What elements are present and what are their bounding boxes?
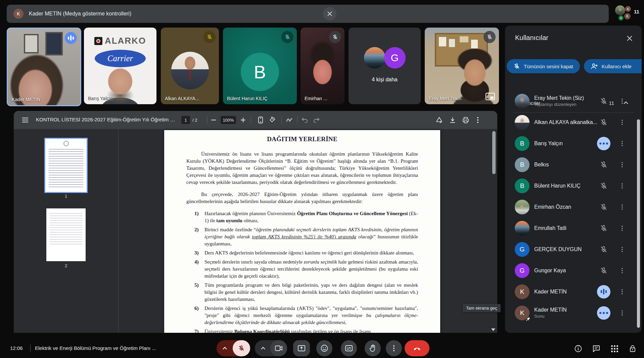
participant-row: K Kader METİN [505, 281, 642, 302]
page-thumbnail-2[interactable] [46, 208, 86, 261]
participant-row: B Barış Yalçın [505, 133, 642, 154]
activities-button[interactable] [608, 344, 621, 353]
participant-menu-button[interactable] [617, 117, 627, 127]
presenter-avatar: K [13, 9, 24, 19]
participant-menu-button[interactable] [617, 160, 627, 170]
mic-control[interactable] [217, 340, 250, 356]
pdf-more-button[interactable] [472, 114, 484, 126]
participant-row: Alkan ALKAYA alkanalka... [505, 112, 642, 133]
document-list: 1)Hazırlanacak öğretim planının Üniversi… [194, 210, 418, 333]
panel-actions: Tümünün sesini kapat Kullanıcı ekle [507, 59, 642, 73]
tile-baris-yalcin[interactable]: ALARKO Carrier Barış Yalçın [84, 28, 156, 104]
participant-menu-button[interactable] [617, 266, 627, 276]
avatar-group: G [364, 47, 406, 69]
captions-button[interactable] [341, 340, 357, 356]
more-participants-label: 4 kişi daha [349, 77, 421, 83]
participants-indicator[interactable]: K B K 11 [615, 3, 644, 24]
fit-page-button[interactable] [255, 114, 267, 126]
tile-alkan-alkaya[interactable]: Alkan ALKAYA... [161, 28, 219, 104]
annotate-button[interactable] [283, 114, 295, 126]
participant-name: Eray Mert Tekin (Siz) [534, 95, 584, 101]
tile-kader-metin[interactable]: Kader METİN [7, 28, 81, 106]
more-options-button[interactable] [386, 340, 402, 356]
tile-more-participants[interactable]: G 4 kişi daha [349, 28, 421, 104]
mute-all-button[interactable]: Tümünün sesini kapat [507, 59, 580, 73]
zoom-out-button[interactable] [208, 114, 220, 126]
participant-menu-button[interactable] [617, 96, 627, 106]
participant-menu-button[interactable] [617, 244, 627, 254]
mic-off-icon [600, 245, 608, 253]
pdf-page: DAĞITIM YERLERİNE Üniversitemiz ön lisan… [164, 130, 440, 333]
participant-row: Emrullah Tatli [505, 217, 642, 239]
camera-toggle-button[interactable] [270, 340, 287, 356]
zoom-level[interactable]: 100% [221, 116, 236, 124]
three-dots-vertical-icon [622, 141, 623, 146]
scroll-down-arrow-icon[interactable] [491, 328, 495, 331]
users-panel: Kullanıcılar Tümünün sesini kapat Kullan… [505, 26, 642, 333]
audio-wave-icon [68, 35, 74, 41]
participant-menu-button[interactable] [617, 308, 627, 318]
participant-row: Eray Mert Tekin (Siz) Toplantıyı düzenle… [505, 90, 642, 112]
pdf-content-area: 1 2 DAĞITIM YERLERİNE Üniversitemiz ön l… [14, 129, 497, 333]
mic-off-icon [600, 267, 608, 275]
participant-name: Kader METİN [534, 289, 567, 295]
pdf-title: KONTROL LİSTESİ 2026-2027 Eğitim-Öğretim… [36, 117, 176, 122]
avatar [515, 94, 530, 109]
document-list-item: 3)Ders AKTS değerlerinin belirlenmesinde… [194, 249, 418, 256]
tile-name-label: Kader METİN [12, 97, 40, 102]
participant-menu-button[interactable] [617, 223, 627, 233]
drive-add-icon [436, 117, 443, 123]
participant-menu-button[interactable] [617, 138, 627, 149]
rotate-button[interactable] [266, 114, 278, 126]
page-thumbnail-1[interactable] [45, 139, 87, 192]
avatar: B [515, 178, 530, 193]
picture-in-picture-icon[interactable] [486, 93, 495, 100]
camera-control[interactable] [255, 340, 287, 356]
mic-options-button[interactable] [217, 340, 233, 356]
thumbnail-label: 2 [45, 263, 87, 268]
host-controls-button[interactable] [626, 344, 639, 353]
mic-mute-button[interactable] [233, 340, 250, 356]
meeting-details-button[interactable] [571, 344, 585, 353]
picture-frame [24, 34, 39, 53]
fit-page-icon [258, 117, 264, 123]
tile-bulent-kilic[interactable]: B Bülent Harun KILIÇ [223, 28, 297, 104]
undo-button[interactable] [299, 114, 311, 126]
print-button[interactable] [460, 114, 472, 126]
tile-emirhan[interactable]: Emirhan ... [301, 28, 344, 104]
participant-menu-button[interactable] [617, 202, 627, 212]
panel-scrollbar[interactable] [637, 119, 640, 328]
pen-squiggle-icon [286, 117, 293, 123]
three-dots-vertical-icon [622, 120, 623, 125]
camera-options-button[interactable] [255, 340, 271, 356]
mic-off-icon [600, 161, 608, 169]
banner-close-button[interactable] [323, 7, 336, 21]
tile-eray-tekin[interactable]: Eray Mert Tekin [425, 28, 499, 104]
participant-menu-button[interactable] [617, 287, 627, 297]
participant-row: B Bülent Harun KILIÇ [505, 175, 642, 196]
participant-menu-button[interactable] [617, 181, 627, 191]
download-button[interactable] [447, 114, 459, 126]
three-dots-vertical-icon [622, 289, 623, 294]
mic-off-icon [600, 203, 608, 211]
chat-button[interactable] [590, 344, 603, 353]
reactions-button[interactable] [316, 340, 332, 356]
save-to-drive-button[interactable] [433, 114, 445, 126]
end-call-button[interactable] [405, 340, 429, 356]
menu-button[interactable] [19, 114, 31, 126]
pdf-scrollbar[interactable] [492, 131, 496, 174]
page-total-label: / 2 [192, 118, 197, 123]
page-number-input[interactable]: 1 [181, 116, 190, 124]
present-screen-button[interactable] [293, 340, 310, 356]
zoom-in-button[interactable] [237, 114, 249, 126]
add-user-button[interactable]: Kullanıcı ekle [584, 59, 642, 73]
redo-button[interactable] [310, 114, 322, 126]
participant-row: K Kader METİN Sunu [505, 302, 642, 323]
participant-name: Emirhan Özcan [534, 204, 571, 210]
mic-off-icon [281, 31, 293, 43]
mic-off-icon [600, 182, 608, 190]
raise-hand-button[interactable] [365, 340, 381, 356]
panel-close-button[interactable] [624, 33, 635, 44]
participant-row: G GERÇEK DUYGUN [505, 239, 642, 260]
avatar [515, 221, 530, 236]
